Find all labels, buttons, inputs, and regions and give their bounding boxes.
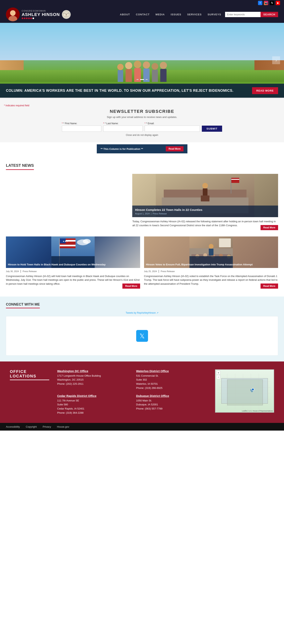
svg-rect-53 [227,380,263,405]
pub-read-more-button[interactable]: Read More [166,146,183,152]
first-name-field: * * First Name: [62,122,101,132]
connect-title: CONNECT WITH ME [6,302,40,308]
submit-button[interactable]: SUBMIT [202,126,222,132]
office-cedar-rapids: Cedar Rapids District Office 111 7th Ave… [57,394,128,415]
office-cedar-rapids-name[interactable]: Cedar Rapids District Office [57,394,128,398]
person-4 [143,62,150,82]
office-cedar-rapids-address: 111 7th Avenue SE Suite 580 Cedar Rapids… [57,399,128,415]
article-2-read-more-button[interactable]: Read More [122,284,140,289]
facebook-icon[interactable]: f [258,1,262,5]
congressional-seal: UNITED STATES 🦅 HOUSE [62,10,71,19]
svg-text:𝕏: 𝕏 [140,332,145,340]
featured-category[interactable]: Press Release [153,212,167,215]
office-dc-name[interactable]: Washington DC Office [57,369,128,373]
instagram-icon[interactable]: 📷 [264,1,268,5]
office-dubuque-name[interactable]: Dubuque District Office [136,394,207,398]
search-bar: SEARCH [225,12,278,17]
article-3-read-more-button[interactable]: Read More [260,284,278,289]
news-featured-row: Hinson Completes 22 Town Halls in 22 Cou… [6,174,278,232]
hero-section: › COLUMN: AMERICA'S WORKERS ARE THE BEST… [0,23,284,98]
footer-housegov[interactable]: House.gov [57,425,69,428]
svg-point-1 [9,16,17,21]
close-newsletter-link[interactable]: Close and do not display again [126,134,158,136]
nav-surveys[interactable]: SURVEYS [207,13,221,16]
person-1 [117,64,124,82]
svg-rect-13 [201,196,209,202]
tweets-link[interactable]: Tweets by RepAshleyHinson ↗ [6,312,278,314]
svg-rect-24 [60,245,76,246]
last-name-field: * * Last Name: [103,122,143,132]
svg-point-0 [10,10,16,16]
hero-sky [0,23,284,60]
offices-title: OFFICE LOCATIONS [10,369,49,380]
svg-rect-14 [231,178,231,194]
article-3-category[interactable]: Press Release [161,270,175,272]
hero-dots [137,79,148,80]
svg-rect-12 [203,188,207,196]
dot-3[interactable] [146,79,148,80]
office-dubuque: Dubuque District Office 1050 Main St. Du… [136,394,207,415]
footer-accessibility[interactable]: Accessibility [6,425,20,428]
svg-text:★★★: ★★★ [63,240,68,242]
person-3 [134,61,141,82]
nav-media[interactable]: MEDIA [155,13,165,16]
nav-contact[interactable]: CONTACT [136,13,150,16]
offices-list: Washington DC Office 1717 Longworth Hous… [57,369,207,415]
people-group [117,61,167,82]
hero-read-more-button[interactable]: READ MORE [252,87,278,94]
footer-privacy[interactable]: Privacy [43,425,51,428]
office-waterloo-name[interactable]: Waterloo District Office [136,369,207,373]
search-button[interactable]: SEARCH [260,12,278,17]
logo-area: CONGRESSWOMAN ASHLEY HINSON UNITED STATE… [6,8,71,21]
office-dc: Washington DC Office 1717 Longworth Hous… [57,369,128,390]
article-2-image: ★★★ Hinson to Hold Town Halls in Black H… [6,236,140,268]
dot-1[interactable] [137,79,139,80]
pub-bar-text: ** This Column is for Publication ** [101,148,143,150]
main-nav: ABOUT CONTACT MEDIA ISSUES SERVICES SURV… [120,13,221,16]
article-2-category[interactable]: Press Release [23,270,37,272]
hero-next-arrow[interactable]: › [272,56,280,64]
svg-rect-17 [231,180,239,181]
article-2-body: Congresswoman Ashley Hinson (IA-02) will… [6,274,140,289]
person-2 [125,62,132,82]
newsletter-subtitle: Sign up with your email address to recei… [4,116,280,118]
article-3-title: Hinson Votes to Ensure Full, Bipartisan … [146,263,276,266]
office-dc-address: 1717 Longworth House Office Building Was… [57,374,128,386]
rep-name: ASHLEY HINSON [22,12,60,17]
article-3-overlay: Hinson Votes to Ensure Full, Bipartisan … [144,262,278,268]
twitter-bird-icon: 𝕏 [136,330,148,342]
featured-read-more-button[interactable]: Read More [260,225,278,230]
congresswoman-label: CONGRESSWOMAN [22,10,60,12]
twitter-icon[interactable]: 𝕏 [270,1,274,5]
twitter-embed: 𝕏 [6,316,278,356]
main-content: LATEST NEWS [0,159,284,292]
nav-services[interactable]: SERVICES [187,13,202,16]
nav-issues[interactable]: ISSUES [171,13,181,16]
youtube-icon[interactable]: ▶ [276,1,280,5]
map-svg [215,370,274,412]
featured-card: Hinson Completes 22 Town Halls in 22 Cou… [132,174,278,217]
office-dubuque-address: 1050 Main St. Dubuque, IA 52001 Phone: (… [136,399,207,411]
svg-text:HOUSE: HOUSE [65,16,68,17]
dot-2[interactable] [140,79,144,80]
first-name-input[interactable] [62,126,101,132]
featured-title: Hinson Completes 22 Town Halls in 22 Cou… [135,208,275,212]
connect-section: CONNECT WITH ME Tweets by RepAshleyHinso… [0,296,284,362]
map-container: + − [215,369,274,415]
header: CONGRESSWOMAN ASHLEY HINSON UNITED STATE… [0,6,284,23]
first-name-label: * * First Name: [62,122,77,125]
featured-article: Hinson Completes 22 Town Halls in 22 Cou… [132,174,278,232]
article-2-title: Hinson to Hold Town Halls in Black Hawk … [8,263,138,266]
nav-about[interactable]: ABOUT [120,13,130,16]
last-name-input[interactable] [103,126,143,132]
article-3-body: Congresswoman Ashley Hinson (IA-02) vote… [144,274,278,289]
news-row-2: ★★★ Hinson to Hold Town Halls in Black H… [6,236,278,289]
map-credit: Leaflet | U.S. House of Representatives [242,410,273,412]
search-input[interactable] [225,12,260,17]
map-placeholder[interactable]: + − [215,369,274,413]
svg-point-11 [202,183,208,188]
svg-point-28 [83,239,91,244]
footer-copyright[interactable]: Copyright [26,425,37,428]
map-background: + − [215,370,274,412]
email-input[interactable] [145,126,200,132]
